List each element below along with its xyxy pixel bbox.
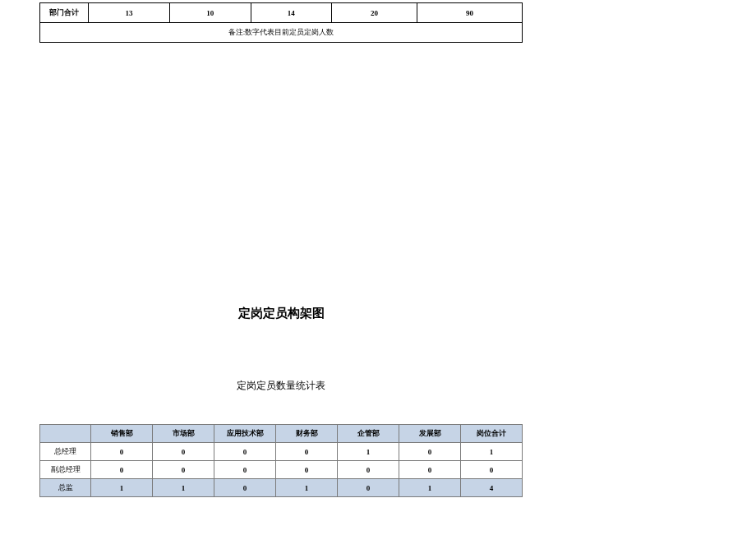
value-cell: 10: [169, 3, 251, 23]
value-cell: 0: [399, 461, 461, 479]
value-cell: 0: [214, 479, 276, 497]
header-cell: 发展部: [399, 425, 461, 443]
table-row: 总监 1 1 0 1 0 1 4: [40, 479, 523, 497]
row-label: 总经理: [40, 443, 91, 461]
table-row: 副总经理 0 0 0 0 0 0 0: [40, 461, 523, 479]
value-cell: 0: [338, 461, 399, 479]
value-cell: 0: [91, 443, 153, 461]
row-label: 副总经理: [40, 461, 91, 479]
value-cell: 0: [214, 461, 276, 479]
value-cell: 0: [338, 479, 399, 497]
value-cell: 1: [276, 479, 338, 497]
value-cell: 90: [417, 3, 522, 23]
page-title-main: 定岗定员构架图: [39, 306, 523, 321]
value-cell: 0: [153, 443, 214, 461]
value-cell: 1: [399, 479, 461, 497]
header-cell: 市场部: [153, 425, 214, 443]
header-cell: 财务部: [276, 425, 338, 443]
value-cell: 0: [276, 461, 338, 479]
value-cell: 20: [332, 3, 417, 23]
table-note-row: 备注:数字代表目前定员定岗人数: [40, 23, 523, 43]
value-cell: 0: [214, 443, 276, 461]
header-cell: [40, 425, 91, 443]
value-cell: 4: [461, 479, 523, 497]
value-cell: 1: [91, 479, 153, 497]
table-row: 总经理 0 0 0 0 1 0 1: [40, 443, 523, 461]
value-cell: 13: [89, 3, 170, 23]
value-cell: 0: [461, 461, 523, 479]
statistics-table: 销售部 市场部 应用技术部 财务部 企管部 发展部 岗位合计 总经理 0 0 0…: [39, 424, 523, 497]
value-cell: 1: [461, 443, 523, 461]
header-cell: 岗位合计: [461, 425, 523, 443]
header-cell: 企管部: [338, 425, 399, 443]
value-cell: 1: [338, 443, 399, 461]
department-total-table: 部门合计 13 10 14 20 90 备注:数字代表目前定员定岗人数: [39, 2, 523, 43]
header-row: 销售部 市场部 应用技术部 财务部 企管部 发展部 岗位合计: [40, 425, 523, 443]
row-label: 部门合计: [40, 3, 89, 23]
value-cell: 0: [153, 461, 214, 479]
table-row: 部门合计 13 10 14 20 90: [40, 3, 523, 23]
header-cell: 应用技术部: [214, 425, 276, 443]
value-cell: 0: [276, 443, 338, 461]
row-label: 总监: [40, 479, 91, 497]
value-cell: 1: [153, 479, 214, 497]
note-cell: 备注:数字代表目前定员定岗人数: [40, 23, 523, 43]
page-title-sub: 定岗定员数量统计表: [39, 379, 523, 393]
value-cell: 0: [399, 443, 461, 461]
header-cell: 销售部: [91, 425, 153, 443]
value-cell: 14: [251, 3, 332, 23]
value-cell: 0: [91, 461, 153, 479]
